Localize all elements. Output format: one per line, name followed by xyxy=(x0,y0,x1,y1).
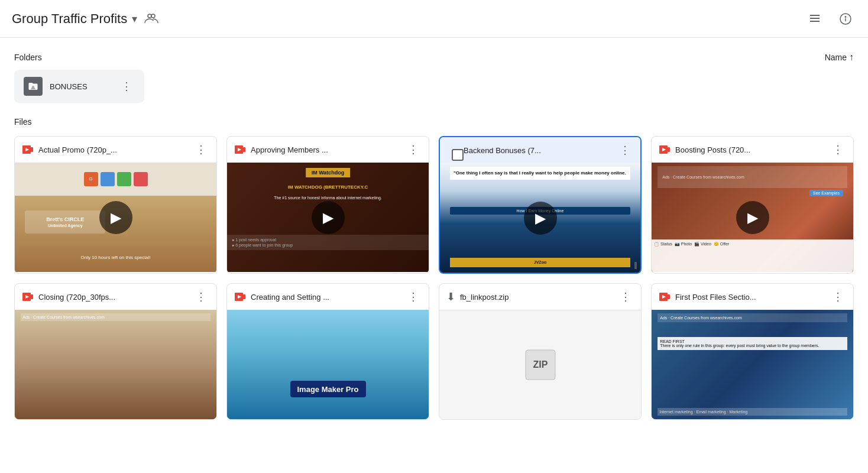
title-dropdown-icon[interactable]: ▾ xyxy=(132,12,137,25)
file-name: Boosting Posts (720... xyxy=(675,145,750,154)
sort-arrow-icon: ↑ xyxy=(849,52,854,63)
main-content: Folders Name ↑ BONUSES ⋮ Files xyxy=(0,38,868,429)
people-icon[interactable] xyxy=(142,9,161,28)
video-file-icon xyxy=(659,291,671,303)
file-header: First Post Files Sectio... ⋮ xyxy=(652,284,853,310)
file-title-row: Closing (720p_30fps... xyxy=(22,291,188,303)
file-backend-bonuses[interactable]: Backend Bonuses (7... ⋮ "One thing I oft… xyxy=(439,136,642,274)
thumb-inner: Ads · Create Courses from wsearchives.co… xyxy=(652,310,853,419)
list-view-button[interactable] xyxy=(804,8,825,30)
file-name: Closing (720p_30fps... xyxy=(38,293,115,302)
thumb-inner: ZIP xyxy=(439,310,641,419)
file-name: fb_linkpost.zip xyxy=(460,293,509,302)
file-header: Closing (720p_30fps... ⋮ xyxy=(15,284,216,310)
cursor-indicator xyxy=(634,262,637,269)
file-title-row: Boosting Posts (720... xyxy=(659,144,825,155)
file-name: Actual Promo (720p_... xyxy=(38,145,117,154)
folder-bonuses[interactable]: BONUSES ⋮ xyxy=(14,70,144,103)
svg-text:ZIP: ZIP xyxy=(533,359,548,370)
info-button[interactable] xyxy=(835,8,856,30)
sort-control[interactable]: Name ↑ xyxy=(825,52,854,63)
thumb-inner: Ads · Create Courses from wsearchives.co… xyxy=(15,310,216,419)
file-header: Backend Bonuses (7... ⋮ xyxy=(440,137,640,163)
files-section-header: Files xyxy=(14,117,854,127)
file-title-row: Actual Promo (720p_... xyxy=(22,144,188,155)
file-more-button[interactable]: ⋮ xyxy=(405,141,422,158)
file-approving-members[interactable]: Approving Members ... ⋮ IM Watchdog IM W… xyxy=(226,136,429,274)
file-header: Creating and Setting ... ⋮ xyxy=(227,284,429,310)
app-title: Group Traffic Profits xyxy=(12,11,127,27)
file-name: Creating and Setting ... xyxy=(251,293,329,302)
file-thumbnail: Ads · Create Courses from wsearchives.co… xyxy=(652,310,853,419)
file-name: First Post Files Sectio... xyxy=(675,293,756,302)
file-more-button[interactable]: ⋮ xyxy=(617,289,634,305)
file-thumbnail: G Brett's CIRCLEUnlimited Agency Only 10… xyxy=(15,163,216,272)
svg-point-0 xyxy=(148,14,151,18)
file-thumbnail: Image Maker Pro xyxy=(227,310,429,419)
file-more-button[interactable]: ⋮ xyxy=(830,289,846,305)
file-title-row: Creating and Setting ... xyxy=(234,291,400,303)
file-actual-promo[interactable]: Actual Promo (720p_... ⋮ G xyxy=(14,136,217,274)
files-label: Files xyxy=(14,117,32,127)
file-header: Approving Members ... ⋮ xyxy=(227,137,429,163)
folders-row: BONUSES ⋮ xyxy=(14,70,854,103)
svg-rect-17 xyxy=(668,147,670,152)
file-title-row: First Post Files Sectio... xyxy=(659,291,825,303)
file-more-button[interactable]: ⋮ xyxy=(617,142,633,158)
folder-bonuses-name: BONUSES xyxy=(50,82,111,91)
file-more-button[interactable]: ⋮ xyxy=(193,141,209,158)
file-more-button[interactable]: ⋮ xyxy=(405,289,422,305)
folders-label: Folders xyxy=(14,53,42,62)
svg-rect-2 xyxy=(810,15,820,16)
file-boosting-posts[interactable]: Boosting Posts (720... ⋮ Ads · Create Co… xyxy=(651,136,854,274)
file-thumbnail: Ads · Create Courses from wsearchives.co… xyxy=(15,310,216,419)
thumb-inner: Image Maker Pro xyxy=(227,310,429,419)
file-header: ⬇ fb_linkpost.zip ⋮ xyxy=(439,284,641,310)
file-thumbnail: IM Watchdog IM WATCHDOG (BRETTRUTECKY.C … xyxy=(227,163,429,272)
video-file-icon xyxy=(22,291,34,303)
header-left: Group Traffic Profits ▾ xyxy=(12,9,161,28)
file-more-button[interactable]: ⋮ xyxy=(830,141,846,158)
video-file-icon xyxy=(234,144,246,155)
file-title-row: Approving Members ... xyxy=(234,144,400,155)
svg-rect-4 xyxy=(810,21,820,22)
files-grid: Actual Promo (720p_... ⋮ G xyxy=(14,136,854,420)
play-button[interactable]: ▶ xyxy=(524,202,557,235)
svg-rect-20 xyxy=(31,294,33,299)
sort-name-label: Name xyxy=(825,53,847,62)
file-creating-setting[interactable]: Creating and Setting ... ⋮ Image Maker P… xyxy=(226,283,429,420)
video-file-icon xyxy=(22,144,34,155)
play-button[interactable]: ▶ xyxy=(312,201,345,234)
file-header: Boosting Posts (720... ⋮ xyxy=(652,137,853,163)
file-first-post[interactable]: First Post Files Sectio... ⋮ Ads · Creat… xyxy=(651,283,854,420)
file-name: Backend Bonuses (7... xyxy=(464,146,541,155)
file-name: Approving Members ... xyxy=(251,145,328,154)
zip-file-icon: ⬇ xyxy=(446,290,455,303)
file-closing[interactable]: Closing (720p_30fps... ⋮ Ads · Create Co… xyxy=(14,283,217,420)
play-button[interactable]: ▶ xyxy=(99,201,132,234)
play-button[interactable]: ▶ xyxy=(736,201,769,234)
folder-more-button[interactable]: ⋮ xyxy=(118,78,135,95)
file-title-row: Backend Bonuses (7... xyxy=(447,144,612,156)
header: Group Traffic Profits ▾ xyxy=(0,0,868,38)
video-file-icon xyxy=(659,144,671,155)
svg-rect-3 xyxy=(810,18,820,19)
svg-point-7 xyxy=(845,16,846,17)
file-header: Actual Promo (720p_... ⋮ xyxy=(15,137,216,163)
file-thumbnail: "One thing I often say is that I really … xyxy=(440,163,640,273)
svg-rect-14 xyxy=(243,147,245,152)
file-thumbnail: Ads · Create Courses from wsearchives.co… xyxy=(652,163,853,272)
header-right xyxy=(804,8,856,30)
svg-rect-28 xyxy=(668,294,670,299)
file-thumbnail: ZIP xyxy=(439,310,641,419)
file-fb-linkpost[interactable]: ⬇ fb_linkpost.zip ⋮ ZIP xyxy=(439,283,642,420)
file-more-button[interactable]: ⋮ xyxy=(193,289,209,305)
svg-rect-23 xyxy=(243,294,245,299)
folders-section-header: Folders Name ↑ xyxy=(14,52,854,63)
svg-rect-11 xyxy=(31,147,33,152)
file-checkbox[interactable] xyxy=(452,149,464,161)
zip-icon-large: ZIP xyxy=(523,347,558,383)
file-title-row: ⬇ fb_linkpost.zip xyxy=(446,290,613,303)
folder-person-icon xyxy=(24,77,43,96)
svg-point-1 xyxy=(151,14,155,18)
